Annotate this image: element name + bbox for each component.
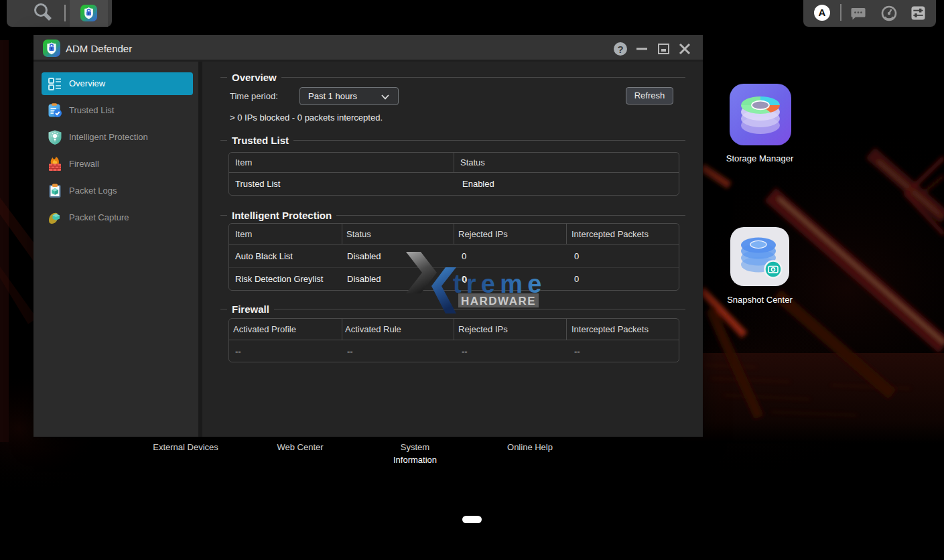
svg-text:0: 0 xyxy=(462,275,467,285)
svg-text:HARDWARE: HARDWARE xyxy=(461,295,536,307)
svg-text:?: ? xyxy=(617,44,623,55)
